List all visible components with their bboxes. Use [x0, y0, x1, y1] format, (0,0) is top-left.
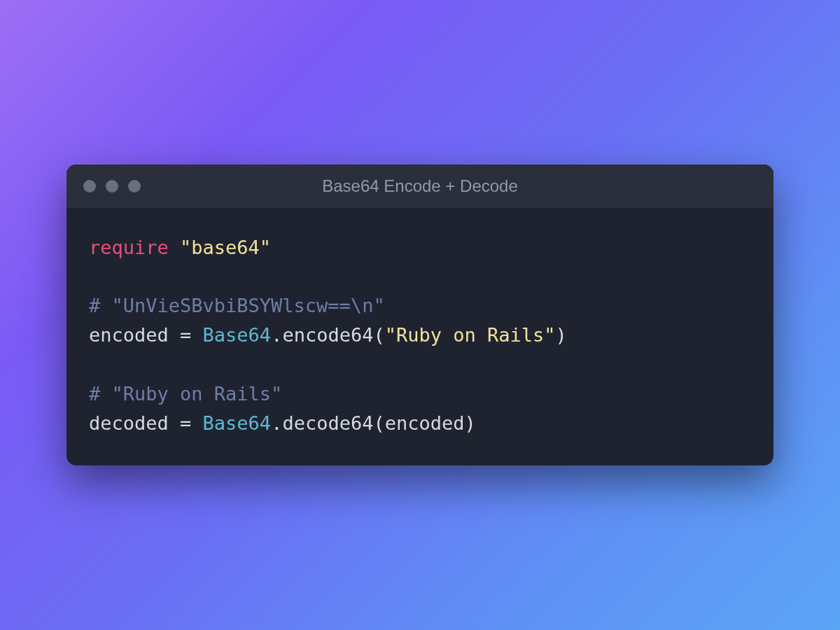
variable: decoded [89, 412, 169, 434]
dot: . [271, 324, 282, 346]
string-literal: "base64" [180, 237, 271, 258]
string-literal: "Ruby on Rails" [385, 324, 556, 346]
titlebar: Base64 Encode + Decode [66, 164, 774, 208]
window-title: Base64 Encode + Decode [322, 176, 518, 196]
operator: = [169, 324, 203, 346]
code-window: Base64 Encode + Decode require "base64" … [66, 164, 774, 466]
minimize-icon[interactable] [106, 180, 118, 192]
paren-open: ( [373, 412, 384, 434]
paren-open: ( [373, 324, 384, 346]
maximize-icon[interactable] [128, 180, 141, 192]
comment: # "UnVieSBvbiBSYWlscw==\n" [89, 295, 385, 316]
dot: . [271, 412, 282, 434]
traffic-lights [83, 180, 141, 192]
method-name: encode64 [282, 324, 373, 346]
code-editor[interactable]: require "base64" # "UnVieSBvbiBSYWlscw==… [66, 208, 774, 466]
variable: encoded [89, 324, 169, 346]
class-name: Base64 [203, 324, 272, 346]
keyword-require: require [89, 237, 169, 258]
class-name: Base64 [203, 412, 272, 434]
paren-close: ) [465, 412, 476, 434]
comment: # "Ruby on Rails" [89, 383, 282, 405]
argument: encoded [385, 412, 465, 434]
method-name: decode64 [282, 412, 373, 434]
operator: = [169, 412, 203, 434]
close-icon[interactable] [83, 180, 96, 192]
paren-close: ) [556, 324, 567, 346]
